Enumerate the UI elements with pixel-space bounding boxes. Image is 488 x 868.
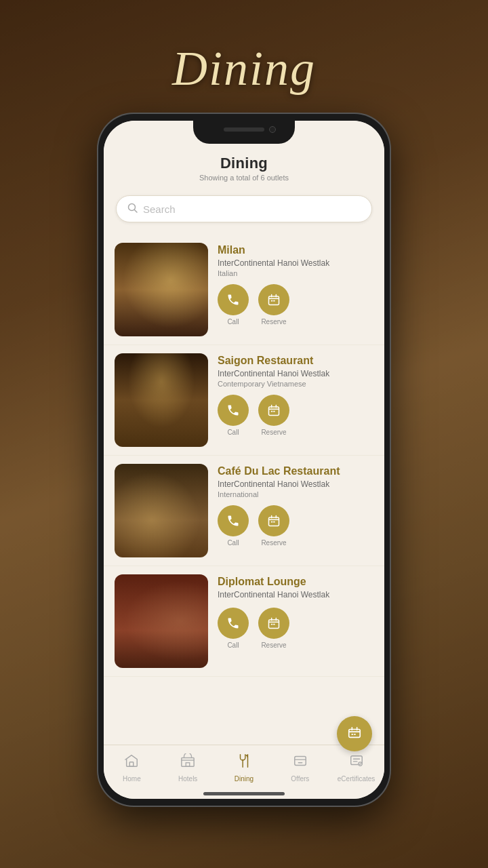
- nav-hotels[interactable]: Hotels: [160, 751, 216, 783]
- reserve-button-diplomat[interactable]: Reserve: [258, 608, 289, 649]
- search-icon: [127, 203, 138, 215]
- dining-actions-cafe: Call: [218, 505, 373, 547]
- list-item: Milan InterContinental Hanoi Westlak Ita…: [104, 235, 384, 345]
- dining-hotel-diplomat: InterContinental Hanoi Westlak: [218, 590, 373, 599]
- screen-title: Dining: [117, 155, 371, 172]
- restaurant-image-saigon: [115, 353, 208, 447]
- diplomat-scene: [115, 574, 208, 668]
- svg-rect-13: [273, 624, 275, 625]
- svg-rect-16: [354, 733, 356, 734]
- svg-rect-19: [182, 757, 194, 766]
- reserve-circle-diplomat: [258, 608, 289, 639]
- call-label-cafe: Call: [227, 539, 239, 547]
- nav-home[interactable]: Home: [104, 751, 160, 783]
- svg-rect-14: [349, 729, 361, 737]
- nav-ecertificates[interactable]: eCertificates: [328, 751, 384, 783]
- nav-dining-label: Dining: [235, 775, 253, 783]
- dining-name-saigon: Saigon Restaurant: [218, 355, 373, 367]
- call-button-diplomat[interactable]: Call: [218, 608, 249, 649]
- svg-rect-20: [186, 763, 190, 767]
- dining-cuisine-milan: Italian: [218, 269, 373, 277]
- phone-notch: [193, 121, 295, 144]
- dining-cuisine-saigon: Contemporary Vietnamese: [218, 380, 373, 388]
- dining-name-cafe: Café Du Lac Restaurant: [218, 465, 373, 477]
- svg-rect-18: [130, 762, 134, 766]
- dining-info-saigon: Saigon Restaurant InterContinental Hanoi…: [208, 353, 373, 447]
- nav-dining[interactable]: Dining: [216, 751, 272, 783]
- offers-icon: [293, 753, 308, 772]
- saigon-scene: [115, 353, 208, 447]
- hotels-icon: [180, 753, 195, 772]
- call-button-milan[interactable]: Call: [218, 284, 249, 326]
- page-title-wrap: Dining: [0, 41, 488, 97]
- bottom-nav: Home Hotels: [104, 745, 384, 799]
- nav-ecertificates-label: eCertificates: [338, 775, 375, 783]
- dining-hotel-milan: InterContinental Hanoi Westlak: [218, 258, 373, 268]
- call-button-saigon[interactable]: Call: [218, 395, 249, 436]
- nav-home-label: Home: [123, 775, 141, 783]
- front-camera: [269, 126, 276, 133]
- nav-hotels-label: Hotels: [178, 775, 197, 783]
- reserve-circle-milan: [258, 284, 289, 315]
- dining-info-milan: Milan InterContinental Hanoi Westlak Ita…: [208, 243, 373, 336]
- svg-rect-3: [271, 300, 273, 302]
- home-indicator: [203, 792, 285, 795]
- dining-list: Milan InterContinental Hanoi Westlak Ita…: [104, 232, 384, 745]
- svg-line-1: [135, 210, 138, 213]
- call-circle-saigon: [218, 395, 249, 426]
- svg-rect-10: [273, 521, 275, 523]
- reserve-circle-cafe: [258, 505, 289, 536]
- svg-rect-6: [271, 411, 273, 412]
- call-circle-diplomat: [218, 608, 249, 639]
- phone-screen: Dining Showing a total of 6 outlets Sear…: [104, 121, 384, 799]
- nav-offers-label: Offers: [291, 775, 309, 783]
- svg-rect-15: [351, 733, 353, 734]
- milan-scene: [115, 243, 208, 336]
- svg-rect-12: [271, 624, 273, 625]
- call-circle-cafe: [218, 505, 249, 536]
- reserve-label-milan: Reserve: [261, 318, 286, 326]
- dining-name-milan: Milan: [218, 244, 373, 256]
- dining-name-diplomat: Diplomat Lounge: [218, 576, 373, 588]
- restaurant-image-milan: [115, 243, 208, 336]
- call-button-cafe[interactable]: Call: [218, 505, 249, 547]
- phone-frame: Dining Showing a total of 6 outlets Sear…: [98, 114, 390, 806]
- dining-hotel-saigon: InterContinental Hanoi Westlak: [218, 369, 373, 378]
- dining-icon: [237, 753, 251, 772]
- page-background-title: Dining: [172, 41, 316, 96]
- reserve-button-milan[interactable]: Reserve: [258, 284, 289, 326]
- restaurant-image-diplomat: [115, 574, 208, 668]
- list-item: Diplomat Lounge InterContinental Hanoi W…: [104, 566, 384, 677]
- reserve-label-diplomat: Reserve: [261, 642, 286, 649]
- fab-button[interactable]: [337, 716, 372, 751]
- dining-cuisine-cafe: International: [218, 490, 373, 498]
- list-item: Café Du Lac Restaurant InterContinental …: [104, 456, 384, 566]
- dining-actions-diplomat: Call: [218, 608, 373, 649]
- dining-info-diplomat: Diplomat Lounge InterContinental Hanoi W…: [208, 574, 373, 668]
- reserve-label-saigon: Reserve: [261, 429, 286, 436]
- list-item: Saigon Restaurant InterContinental Hanoi…: [104, 345, 384, 456]
- call-label-saigon: Call: [227, 429, 239, 436]
- screen-subtitle: Showing a total of 6 outlets: [117, 174, 371, 182]
- dining-info-cafe: Café Du Lac Restaurant InterContinental …: [208, 464, 373, 557]
- svg-rect-21: [295, 757, 306, 766]
- reserve-button-cafe[interactable]: Reserve: [258, 505, 289, 547]
- reserve-circle-saigon: [258, 395, 289, 426]
- call-label-diplomat: Call: [227, 642, 239, 649]
- cafe-scene: [115, 464, 208, 557]
- nav-offers[interactable]: Offers: [272, 751, 328, 783]
- search-wrap: Search: [104, 191, 384, 232]
- speaker: [224, 127, 264, 132]
- search-placeholder[interactable]: Search: [143, 203, 176, 215]
- svg-rect-7: [273, 411, 275, 412]
- fab-icon: [347, 726, 362, 743]
- restaurant-image-cafe: [115, 464, 208, 557]
- reserve-label-cafe: Reserve: [261, 539, 286, 547]
- dining-actions-saigon: Call: [218, 395, 373, 436]
- dining-actions-milan: Call: [218, 284, 373, 326]
- search-bar[interactable]: Search: [116, 195, 372, 222]
- call-label-milan: Call: [227, 318, 239, 326]
- home-icon: [124, 753, 139, 772]
- svg-rect-4: [273, 300, 275, 302]
- reserve-button-saigon[interactable]: Reserve: [258, 395, 289, 436]
